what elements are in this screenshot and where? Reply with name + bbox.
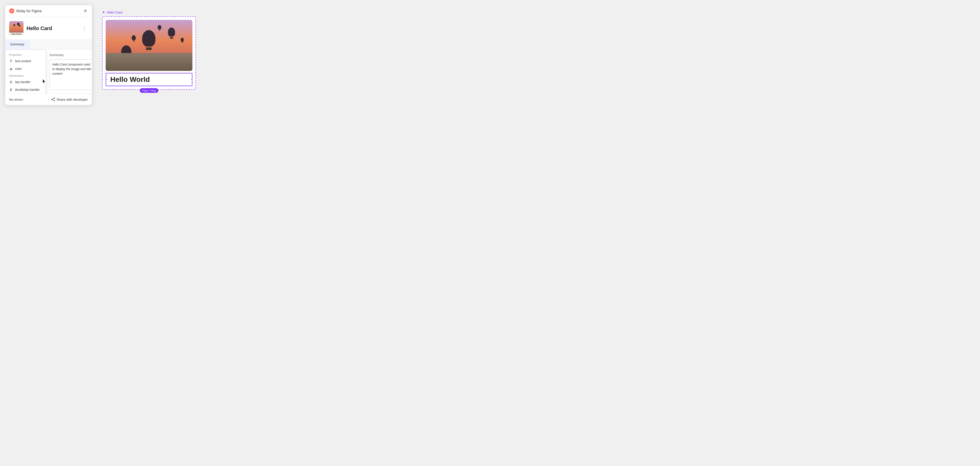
- component-header-left: Hello World Hello Card: [9, 21, 52, 35]
- properties-dropdown: Properties T text-content ◈ color Intera…: [5, 49, 46, 94]
- handle-bottom-right: [191, 85, 193, 87]
- doubletap-icon: [9, 88, 13, 92]
- doubletap-label: doubletap-handler: [15, 88, 40, 92]
- no-errors-text: No errors: [9, 98, 23, 101]
- svg-point-1: [10, 89, 12, 90]
- component-thumbnail: Hello World: [9, 21, 24, 35]
- color-icon: ◈: [9, 67, 13, 71]
- handle-top-right: [191, 72, 193, 74]
- tap-icon: [9, 80, 13, 84]
- summary-content: Summary Hello Card component used to dis…: [46, 49, 92, 94]
- hug-badge: Hug × Hug: [140, 88, 159, 93]
- text-icon: T: [9, 59, 13, 63]
- header-left: Relay for Figma: [9, 8, 41, 14]
- share-label: Share with developer: [57, 98, 88, 101]
- balloon-tiny-3: [181, 38, 184, 43]
- summary-textarea[interactable]: Hello Card component used to display the…: [49, 59, 92, 90]
- interaction-doubletap[interactable]: doubletap-handler: [5, 86, 46, 94]
- interactions-section-label: Interactions: [5, 73, 46, 78]
- panel-footer: No errors Share with developer: [5, 94, 92, 105]
- tap-label: tap-handler: [15, 80, 30, 84]
- svg-line-7: [52, 100, 54, 100]
- property-color-label: color: [15, 67, 22, 71]
- properties-section-label: Properties: [5, 52, 46, 57]
- preview-image: [106, 20, 192, 71]
- handle-bottom-left: [105, 85, 107, 87]
- panel-header: Relay for Figma ✕: [5, 5, 92, 17]
- more-options-button[interactable]: ⋮: [81, 24, 88, 32]
- left-panel: Relay for Figma ✕ Hello World Hello Card…: [5, 5, 92, 105]
- right-preview-area: ✦ Hello Card: [97, 5, 975, 100]
- ground: [106, 53, 192, 71]
- interaction-tap[interactable]: tap-handler: [5, 78, 46, 86]
- balloon-tiny-2: [132, 35, 136, 41]
- diamond-icon: ✦: [102, 10, 105, 14]
- close-button[interactable]: ✕: [83, 8, 88, 14]
- svg-line-6: [52, 98, 54, 99]
- component-label: ✦ Hello Card: [102, 10, 122, 14]
- svg-point-3: [54, 98, 55, 99]
- balloon-center: [142, 30, 156, 50]
- preview-text-container: Hello World: [106, 73, 192, 86]
- component-header: Hello World Hello Card ⋮: [5, 17, 92, 40]
- share-button[interactable]: Share with developer: [51, 97, 88, 101]
- property-text-content[interactable]: T text-content: [5, 57, 46, 65]
- handle-mid-right: [191, 79, 193, 81]
- handle-mid-left: [105, 79, 107, 81]
- thumbnail-label: Hello World: [9, 33, 24, 35]
- tabs-container: Summary: [5, 40, 92, 49]
- share-icon: [51, 97, 55, 101]
- svg-point-5: [51, 99, 52, 100]
- tab-summary[interactable]: Summary: [5, 40, 30, 49]
- preview-card: Hello World Hug × Hug: [102, 16, 196, 90]
- panel-sidebar: Parameters + Select a layer first to add…: [5, 49, 46, 94]
- handle-top-left: [105, 72, 107, 74]
- balloon-right-top: [168, 27, 175, 39]
- panel-body: Parameters + Select a layer first to add…: [5, 49, 92, 94]
- component-name: Hello Card: [27, 25, 52, 31]
- hello-world-text: Hello World: [110, 76, 150, 83]
- svg-point-4: [54, 100, 55, 101]
- preview-component-name: Hello Card: [107, 10, 122, 14]
- property-text-label: text-content: [15, 59, 31, 63]
- summary-section-title: Summary: [49, 53, 92, 57]
- property-color[interactable]: ◈ color: [5, 65, 46, 73]
- relay-logo-icon: [9, 8, 14, 14]
- balloon-scene: [106, 20, 192, 71]
- panel-title: Relay for Figma: [16, 9, 41, 13]
- svg-point-0: [10, 81, 12, 82]
- balloon-tiny-1: [158, 25, 161, 30]
